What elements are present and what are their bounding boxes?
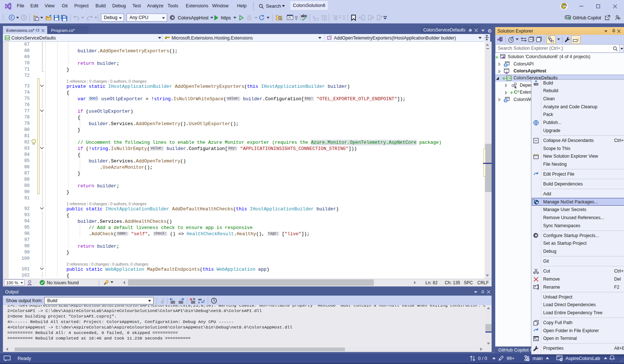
svg-text:C#: C# bbox=[507, 76, 511, 80]
svg-text:c: c bbox=[198, 301, 200, 304]
svg-text:C#: C# bbox=[5, 37, 10, 40]
